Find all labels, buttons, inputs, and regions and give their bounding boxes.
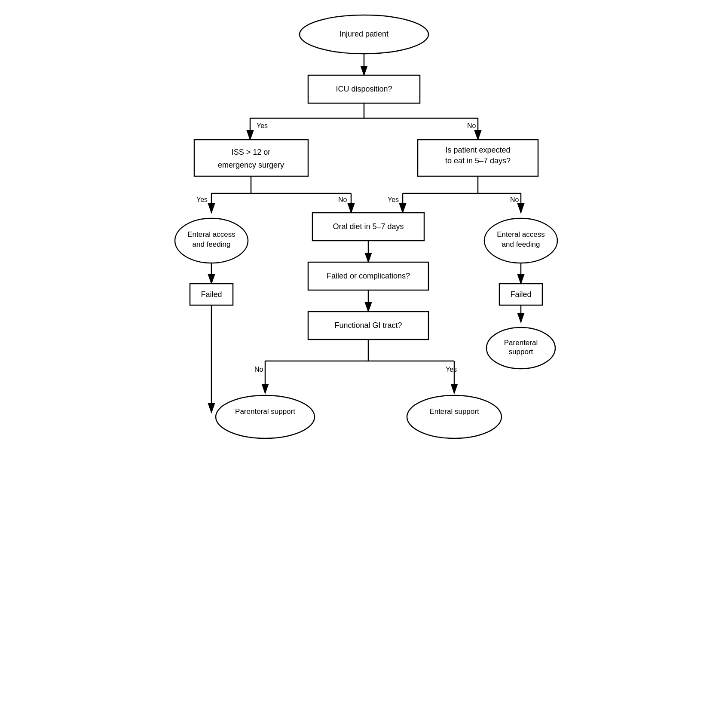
enteral-right-label-2: and feeding (502, 240, 540, 248)
iss-label-2: emergency surgery (218, 161, 284, 169)
injured-patient-label: Injured patient (340, 30, 388, 38)
icu-disposition-label: ICU disposition? (336, 85, 392, 93)
parenteral-left-bottom-label-1: Parenteral support (235, 407, 295, 416)
no-iss-label: No (338, 196, 347, 203)
yes-eat-label: Yes (388, 196, 399, 203)
flowchart-diagram: Injured patient ICU disposition? Yes No … (171, 9, 557, 440)
yes-gi-label: Yes (446, 366, 457, 373)
yes-iss-label: Yes (196, 196, 208, 203)
failed-left-label: Failed (201, 290, 222, 299)
eat-label-1: Is patient expected (445, 146, 510, 154)
no-eat-label: No (510, 196, 519, 203)
failed-complications-label: Failed or complications? (327, 272, 410, 280)
parenteral-left-bottom-node (216, 395, 315, 438)
flowchart-svg: Injured patient ICU disposition? Yes No … (171, 9, 557, 438)
functional-gi-label: Functional GI tract? (334, 321, 402, 330)
parenteral-right-label-1: Parenteral (504, 339, 538, 347)
no-gi-label: No (254, 366, 263, 373)
enteral-support-node (407, 395, 502, 438)
no-right-label: No (467, 122, 476, 129)
enteral-support-label-1: Enteral support (429, 407, 479, 416)
eat-label-2: to eat in 5–7 days? (445, 156, 511, 165)
oral-diet-label: Oral diet in 5–7 days (333, 222, 404, 231)
enteral-left-label-2: and feeding (193, 240, 231, 248)
iss-label-1: ISS > 12 or (232, 148, 271, 156)
yes-left-label: Yes (257, 122, 268, 129)
iss-node (194, 140, 308, 176)
enteral-right-label-1: Enteral access (497, 230, 545, 239)
parenteral-right-label-2: support (509, 348, 533, 356)
failed-right-label: Failed (510, 290, 531, 299)
enteral-left-label-1: Enteral access (187, 230, 236, 239)
